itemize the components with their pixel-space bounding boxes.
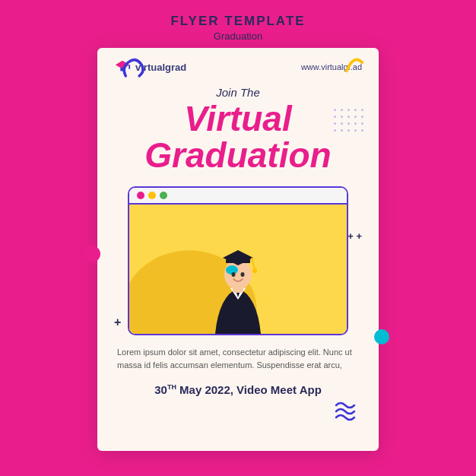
graduate-figure — [192, 212, 284, 334]
graduation-sub: Graduation — [0, 30, 476, 42]
svg-point-13 — [252, 268, 257, 273]
date-line: 30TH May 2022, Video Meet App — [97, 377, 379, 396]
deco-circle-pink — [84, 246, 100, 262]
date-suffix: TH — [167, 383, 176, 391]
title-line1: Virtual — [184, 99, 291, 138]
deco-dots-right — [334, 109, 365, 133]
svg-point-9 — [241, 272, 245, 277]
deco-plus-right: + + — [347, 230, 362, 242]
deco-waves-icon — [335, 399, 365, 422]
deco-shape-yellow-icon — [344, 52, 365, 74]
browser-content — [129, 205, 347, 334]
deco-shape-blue-icon — [120, 54, 148, 81]
svg-line-12 — [252, 258, 255, 269]
svg-point-8 — [232, 272, 236, 277]
browser-titlebar — [129, 188, 347, 205]
body-text: Lorem ipsum dolor sit amet, consectetur … — [97, 335, 379, 377]
btn-minimize — [148, 192, 156, 199]
deco-circle-teal — [374, 329, 389, 344]
flyer-template-label: FLYER TEMPLATE — [0, 14, 476, 29]
browser-window — [128, 186, 348, 335]
header-area: FLYER TEMPLATE Graduation — [0, 0, 476, 48]
date-rest: May 2022, Video Meet App — [176, 383, 322, 396]
join-text: Join The — [97, 86, 379, 99]
btn-close — [137, 192, 144, 199]
btn-maximize — [160, 192, 167, 199]
flyer-card: + + + virtualgrad www.virtualgr.ad Join … — [97, 48, 379, 451]
date-number: 30 — [154, 383, 167, 396]
deco-plus-left: + — [114, 316, 121, 329]
title-line2: Graduation — [144, 135, 331, 175]
